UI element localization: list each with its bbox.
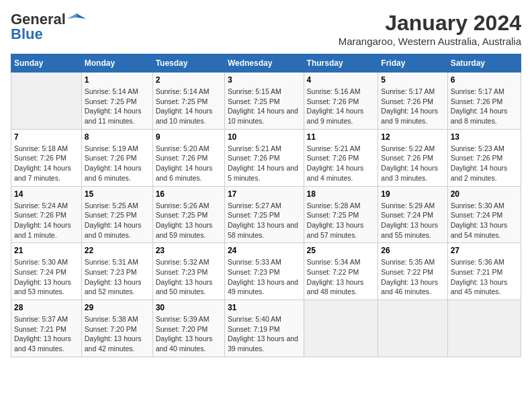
calendar-table: SundayMondayTuesdayWednesdayThursdayFrid…: [11, 54, 521, 357]
calendar-week-row: 28Sunrise: 5:37 AMSunset: 7:21 PMDayligh…: [11, 300, 521, 357]
day-number: 11: [307, 132, 375, 142]
day-info: Sunrise: 5:28 AMSunset: 7:25 PMDaylight:…: [307, 201, 375, 240]
calendar-cell: 24Sunrise: 5:33 AMSunset: 7:23 PMDayligh…: [224, 243, 304, 300]
day-info: Sunrise: 5:19 AMSunset: 7:26 PMDaylight:…: [85, 144, 150, 183]
day-number: 7: [14, 132, 79, 142]
day-info: Sunrise: 5:34 AMSunset: 7:22 PMDaylight:…: [307, 257, 375, 297]
weekday-header: Tuesday: [152, 54, 224, 73]
day-number: 18: [307, 189, 375, 199]
day-number: 28: [14, 303, 79, 312]
logo: General Blue: [11, 11, 86, 43]
day-info: Sunrise: 5:29 AMSunset: 7:24 PMDaylight:…: [381, 201, 444, 240]
day-number: 19: [381, 189, 444, 199]
calendar-cell: 23Sunrise: 5:32 AMSunset: 7:23 PMDayligh…: [152, 243, 224, 300]
svg-marker-1: [67, 13, 77, 19]
calendar-cell: 17Sunrise: 5:27 AMSunset: 7:25 PMDayligh…: [224, 186, 304, 243]
svg-marker-0: [77, 13, 86, 19]
calendar-cell: 31Sunrise: 5:40 AMSunset: 7:19 PMDayligh…: [224, 300, 304, 357]
calendar-cell: 21Sunrise: 5:30 AMSunset: 7:24 PMDayligh…: [11, 243, 82, 300]
day-number: 1: [85, 75, 150, 85]
calendar-cell: 10Sunrise: 5:21 AMSunset: 7:26 PMDayligh…: [224, 129, 304, 186]
day-info: Sunrise: 5:26 AMSunset: 7:25 PMDaylight:…: [156, 201, 222, 240]
calendar-cell: 12Sunrise: 5:22 AMSunset: 7:26 PMDayligh…: [378, 129, 447, 186]
day-info: Sunrise: 5:17 AMSunset: 7:26 PMDaylight:…: [451, 87, 518, 126]
calendar-cell: 30Sunrise: 5:39 AMSunset: 7:20 PMDayligh…: [152, 300, 224, 357]
day-info: Sunrise: 5:27 AMSunset: 7:25 PMDaylight:…: [228, 201, 301, 240]
logo-blue: Blue: [11, 26, 43, 43]
calendar-cell: 4Sunrise: 5:16 AMSunset: 7:26 PMDaylight…: [304, 73, 378, 130]
day-number: 30: [156, 303, 222, 312]
calendar-cell: 13Sunrise: 5:23 AMSunset: 7:26 PMDayligh…: [447, 129, 521, 186]
day-number: 9: [156, 132, 222, 142]
title-section: January 2024 Marangaroo, Western Austral…: [339, 11, 521, 47]
day-info: Sunrise: 5:32 AMSunset: 7:23 PMDaylight:…: [156, 257, 222, 297]
calendar-cell: 1Sunrise: 5:14 AMSunset: 7:25 PMDaylight…: [81, 73, 152, 130]
weekday-header: Thursday: [304, 54, 378, 73]
calendar-cell: 27Sunrise: 5:36 AMSunset: 7:21 PMDayligh…: [447, 243, 521, 300]
day-info: Sunrise: 5:39 AMSunset: 7:20 PMDaylight:…: [156, 314, 222, 354]
day-number: 13: [451, 132, 518, 142]
calendar-cell: 19Sunrise: 5:29 AMSunset: 7:24 PMDayligh…: [378, 186, 447, 243]
calendar-cell: 20Sunrise: 5:30 AMSunset: 7:24 PMDayligh…: [447, 186, 521, 243]
calendar-cell: 7Sunrise: 5:18 AMSunset: 7:26 PMDaylight…: [11, 129, 82, 186]
calendar-cell: 14Sunrise: 5:24 AMSunset: 7:26 PMDayligh…: [11, 186, 82, 243]
weekday-header: Saturday: [447, 54, 521, 73]
calendar-cell: 6Sunrise: 5:17 AMSunset: 7:26 PMDaylight…: [447, 73, 521, 130]
day-info: Sunrise: 5:14 AMSunset: 7:25 PMDaylight:…: [156, 87, 222, 126]
day-number: 27: [451, 246, 518, 255]
calendar-week-row: 7Sunrise: 5:18 AMSunset: 7:26 PMDaylight…: [11, 129, 521, 186]
day-info: Sunrise: 5:38 AMSunset: 7:20 PMDaylight:…: [85, 314, 150, 354]
day-info: Sunrise: 5:30 AMSunset: 7:24 PMDaylight:…: [451, 201, 518, 240]
calendar-cell: 9Sunrise: 5:20 AMSunset: 7:26 PMDaylight…: [152, 129, 224, 186]
day-info: Sunrise: 5:40 AMSunset: 7:19 PMDaylight:…: [228, 314, 301, 354]
day-info: Sunrise: 5:15 AMSunset: 7:25 PMDaylight:…: [228, 87, 301, 126]
day-info: Sunrise: 5:30 AMSunset: 7:24 PMDaylight:…: [14, 257, 79, 297]
day-info: Sunrise: 5:36 AMSunset: 7:21 PMDaylight:…: [451, 257, 518, 297]
calendar-cell: [304, 300, 378, 357]
calendar-cell: 18Sunrise: 5:28 AMSunset: 7:25 PMDayligh…: [304, 186, 378, 243]
weekday-header: Sunday: [11, 54, 82, 73]
day-number: 10: [228, 132, 301, 142]
calendar-cell: 2Sunrise: 5:14 AMSunset: 7:25 PMDaylight…: [152, 73, 224, 130]
day-number: 23: [156, 246, 222, 255]
calendar-week-row: 14Sunrise: 5:24 AMSunset: 7:26 PMDayligh…: [11, 186, 521, 243]
day-number: 5: [381, 75, 444, 85]
day-number: 12: [381, 132, 444, 142]
day-info: Sunrise: 5:23 AMSunset: 7:26 PMDaylight:…: [451, 144, 518, 183]
weekday-header: Wednesday: [224, 54, 304, 73]
weekday-header: Friday: [378, 54, 447, 73]
day-info: Sunrise: 5:20 AMSunset: 7:26 PMDaylight:…: [156, 144, 222, 183]
day-number: 3: [228, 75, 301, 85]
page-subtitle: Marangaroo, Western Australia, Australia: [339, 36, 521, 47]
day-info: Sunrise: 5:17 AMSunset: 7:26 PMDaylight:…: [381, 87, 444, 126]
calendar-cell: [378, 300, 447, 357]
calendar-cell: 25Sunrise: 5:34 AMSunset: 7:22 PMDayligh…: [304, 243, 378, 300]
page-header: General Blue January 2024 Marangaroo, We…: [11, 11, 521, 47]
calendar-cell: 5Sunrise: 5:17 AMSunset: 7:26 PMDaylight…: [378, 73, 447, 130]
day-number: 31: [228, 303, 301, 312]
day-number: 21: [14, 246, 79, 255]
day-info: Sunrise: 5:16 AMSunset: 7:26 PMDaylight:…: [307, 87, 375, 126]
calendar-cell: 26Sunrise: 5:35 AMSunset: 7:22 PMDayligh…: [378, 243, 447, 300]
calendar-cell: 11Sunrise: 5:21 AMSunset: 7:26 PMDayligh…: [304, 129, 378, 186]
calendar-cell: 16Sunrise: 5:26 AMSunset: 7:25 PMDayligh…: [152, 186, 224, 243]
day-number: 14: [14, 189, 79, 199]
calendar-cell: [447, 300, 521, 357]
day-number: 4: [307, 75, 375, 85]
day-number: 20: [451, 189, 518, 199]
day-info: Sunrise: 5:21 AMSunset: 7:26 PMDaylight:…: [228, 144, 301, 183]
day-number: 26: [381, 246, 444, 255]
day-number: 8: [85, 132, 150, 142]
calendar-cell: 28Sunrise: 5:37 AMSunset: 7:21 PMDayligh…: [11, 300, 82, 357]
day-info: Sunrise: 5:31 AMSunset: 7:23 PMDaylight:…: [85, 257, 150, 297]
day-number: 6: [451, 75, 518, 85]
calendar-cell: 15Sunrise: 5:25 AMSunset: 7:25 PMDayligh…: [81, 186, 152, 243]
calendar-cell: [11, 73, 82, 130]
day-info: Sunrise: 5:24 AMSunset: 7:26 PMDaylight:…: [14, 201, 79, 240]
day-number: 15: [85, 189, 150, 199]
calendar-cell: 29Sunrise: 5:38 AMSunset: 7:20 PMDayligh…: [81, 300, 152, 357]
day-number: 17: [228, 189, 301, 199]
day-info: Sunrise: 5:33 AMSunset: 7:23 PMDaylight:…: [228, 257, 301, 297]
calendar-cell: 22Sunrise: 5:31 AMSunset: 7:23 PMDayligh…: [81, 243, 152, 300]
logo-bird-icon: [67, 12, 86, 27]
